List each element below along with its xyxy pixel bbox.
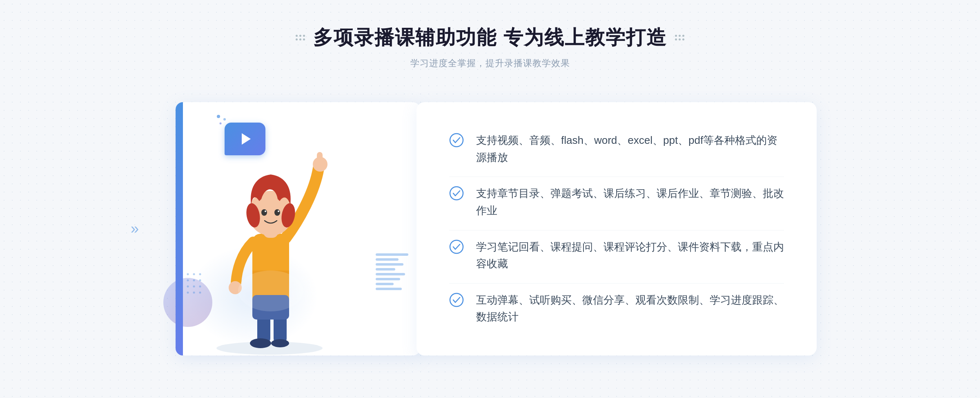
dot: [679, 35, 681, 37]
feature-item-4: 互动弹幕、试听购买、微信分享、观看次数限制、学习进度跟踪、数据统计: [449, 283, 784, 334]
feature-text-4: 互动弹幕、试听购买、微信分享、观看次数限制、学习进度跟踪、数据统计: [476, 292, 784, 326]
dot: [303, 35, 305, 37]
left-decorator-dots: [296, 35, 305, 40]
dot: [303, 38, 305, 40]
dot: [299, 35, 301, 37]
feature-text-2: 支持章节目录、弹题考试、课后练习、课后作业、章节测验、批改作业: [476, 185, 784, 219]
svg-point-4: [187, 273, 189, 275]
svg-point-37: [238, 271, 303, 311]
check-circle-icon-4: [449, 293, 464, 307]
svg-point-8: [187, 279, 189, 282]
left-arrow-decoration: »: [131, 220, 139, 237]
dot: [299, 38, 301, 40]
dot: [682, 35, 684, 37]
svg-point-39: [450, 187, 463, 200]
feature-text-1: 支持视频、音频、flash、word、excel、ppt、pdf等各种格式的资源…: [476, 132, 784, 166]
person-illustration: [192, 119, 347, 356]
dot: [296, 35, 298, 37]
check-circle-icon-2: [449, 186, 464, 201]
features-area: 支持视频、音频、flash、word、excel、ppt、pdf等各种格式的资源…: [416, 102, 817, 356]
feature-text-3: 学习笔记回看、课程提问、课程评论打分、课件资料下载，重点内容收藏: [476, 239, 784, 273]
svg-point-38: [450, 134, 463, 147]
svg-point-41: [450, 293, 463, 306]
dot: [675, 35, 677, 37]
header-decorators: 多项录播课辅助功能 专为线上教学打造: [296, 25, 684, 51]
subtitle: 学习进度全掌握，提升录播课教学效果: [296, 57, 684, 69]
illustration-area: [163, 90, 416, 368]
svg-rect-27: [317, 152, 323, 167]
main-title: 多项录播课辅助功能 专为线上教学打造: [313, 25, 666, 51]
svg-point-35: [265, 210, 266, 212]
content-section: »: [163, 90, 817, 368]
dot: [675, 38, 677, 40]
svg-point-40: [450, 240, 463, 253]
page-wrapper: 多项录播课辅助功能 专为线上教学打造 学习进度全掌握，提升录播课教学效果 »: [0, 0, 980, 398]
right-decorator-dots: [675, 35, 684, 40]
check-circle-icon-1: [449, 133, 464, 148]
stripe-decoration: [376, 253, 408, 294]
svg-point-33: [261, 209, 267, 216]
svg-point-0: [217, 115, 220, 118]
dot: [682, 38, 684, 40]
header-section: 多项录播课辅助功能 专为线上教学打造 学习进度全掌握，提升录播课教学效果: [296, 0, 684, 69]
svg-point-22: [250, 338, 271, 348]
svg-point-23: [271, 339, 289, 347]
feature-item-3: 学习笔记回看、课程提问、课程评论打分、课件资料下载，重点内容收藏: [449, 230, 784, 281]
feature-item-2: 支持章节目录、弹题考试、课后练习、课后作业、章节测验、批改作业: [449, 177, 784, 227]
dot: [679, 38, 681, 40]
svg-point-36: [278, 210, 279, 212]
blue-sidebar-accent: [176, 102, 183, 356]
check-circle-icon-3: [449, 239, 464, 254]
dot: [296, 38, 298, 40]
svg-point-34: [274, 209, 280, 216]
feature-item-1: 支持视频、音频、flash、word、excel、ppt、pdf等各种格式的资源…: [449, 124, 784, 174]
